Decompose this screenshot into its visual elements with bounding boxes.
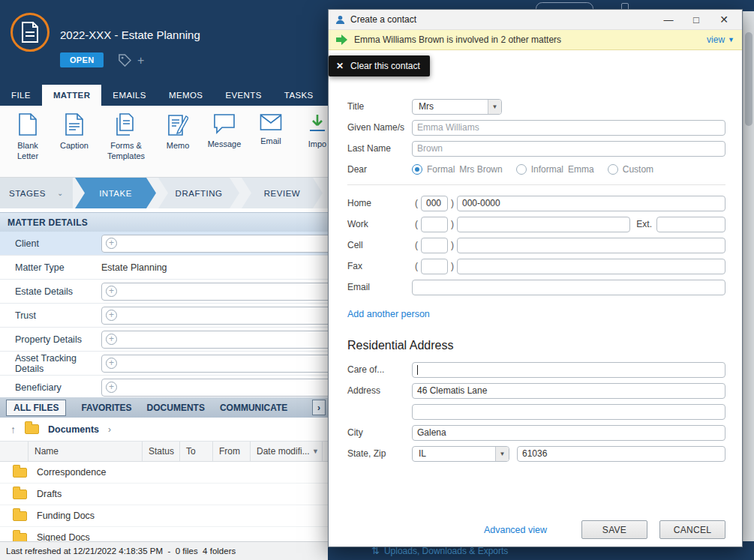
dear-option-informal[interactable]: Informal Emma (516, 164, 594, 175)
title-select[interactable]: Mrs ▼ (412, 99, 502, 115)
chevron-right-icon[interactable]: › (108, 424, 111, 435)
dialog-title: Create a contact (350, 14, 652, 25)
residential-address-heading: Residential Address (347, 339, 725, 352)
cell-phone-label: Cell (347, 240, 412, 250)
message-button[interactable]: Message (203, 113, 246, 177)
home-number-input[interactable]: 000-0000 (457, 196, 725, 211)
stage-drafting[interactable]: DRAFTING (158, 178, 239, 208)
column-from[interactable]: From (213, 442, 251, 461)
email-label: Email (347, 282, 412, 292)
work-ext-input[interactable] (656, 217, 725, 232)
tab-favorites[interactable]: FAVORITES (81, 403, 131, 413)
matter-title: 2022-XXX - Estate Planning (60, 28, 200, 41)
caption-button[interactable]: Caption (53, 113, 96, 177)
tabs-overflow-button[interactable]: › (312, 400, 326, 415)
menu-tab-emails[interactable]: EMAILS (101, 85, 158, 106)
fax-area-input[interactable] (421, 259, 448, 274)
status-badge: OPEN (60, 52, 104, 67)
plus-circle-icon: + (106, 310, 117, 321)
dear-label: Dear (347, 164, 412, 175)
logo-document-icon (21, 22, 39, 43)
given-name-label: Given Name/s (347, 122, 412, 133)
import-icon (307, 113, 328, 134)
close-icon[interactable]: ✕ (713, 13, 735, 25)
email-button[interactable]: Email (249, 113, 293, 177)
fax-number-input[interactable] (457, 259, 725, 274)
address-label: Address (347, 385, 412, 396)
city-input[interactable]: Galena (412, 425, 725, 441)
minimize-button[interactable]: — (657, 14, 680, 25)
column-icon[interactable] (0, 442, 29, 461)
work-phone-label: Work (347, 219, 412, 229)
add-tag-icon[interactable]: + (137, 55, 144, 67)
address-line2-input[interactable] (412, 404, 725, 420)
clear-contact-button[interactable]: ✕ Clear this contact (329, 55, 430, 76)
tag-icon[interactable] (119, 54, 131, 67)
date-filter-button[interactable]: ▼ (312, 448, 319, 455)
stage-intake[interactable]: INTAKE (75, 178, 156, 208)
plus-circle-icon: + (106, 334, 117, 345)
blank-letter-button[interactable]: Blank Letter (6, 113, 50, 177)
last-name-label: Last Name (347, 143, 412, 154)
address-line1-input[interactable]: 46 Clematis Lane (412, 383, 725, 399)
fax-label: Fax (347, 261, 412, 271)
memo-button[interactable]: Memo (156, 113, 200, 177)
menu-tab-tasks[interactable]: TASKS (273, 85, 325, 106)
cell-area-input[interactable] (421, 238, 448, 253)
menu-tab-memos[interactable]: MEMOS (158, 85, 214, 106)
menu-tab-file[interactable]: FILE (0, 85, 42, 106)
home-phone-label: Home (347, 198, 412, 208)
tab-communicate[interactable]: COMMUNICATE (220, 403, 287, 413)
forms-templates-button[interactable]: Forms & Templates (99, 113, 153, 177)
column-status[interactable]: Status (143, 442, 180, 461)
folder-icon (25, 424, 39, 434)
state-select[interactable]: IL ▼ (412, 446, 509, 462)
maximize-button[interactable]: □ (685, 14, 707, 25)
email-input[interactable] (412, 280, 725, 295)
text-cursor (417, 365, 418, 375)
advanced-view-link[interactable]: Advanced view (484, 525, 547, 535)
caption-icon (65, 113, 84, 136)
menu-tab-events[interactable]: EVENTS (214, 85, 272, 106)
zip-input[interactable]: 61036 (517, 446, 725, 462)
column-name[interactable]: Name (29, 442, 143, 461)
green-arrow-icon (336, 34, 347, 45)
chevron-down-icon[interactable]: ▼ (488, 100, 501, 114)
scrollbar-thumb[interactable] (745, 32, 752, 126)
radio-custom[interactable] (608, 164, 618, 175)
column-to[interactable]: To (180, 442, 213, 461)
view-link[interactable]: view ▼ (707, 34, 734, 45)
create-contact-dialog: Create a contact — □ ✕ Emma Williams Bro… (328, 9, 743, 547)
breadcrumb-folder[interactable]: Documents (48, 424, 99, 435)
home-area-input[interactable]: 000 (421, 196, 448, 211)
vertical-scrollbar[interactable] (743, 11, 754, 541)
last-name-input[interactable]: Brown (412, 141, 725, 157)
radio-formal[interactable] (412, 164, 422, 175)
work-number-input[interactable] (457, 217, 630, 232)
work-area-input[interactable] (421, 217, 448, 232)
column-date-modified[interactable]: Date modifi... ▼ (251, 442, 323, 461)
given-name-input[interactable]: Emma Williams (412, 120, 725, 136)
save-button[interactable]: SAVE (581, 520, 647, 539)
menu-tab-matter[interactable]: MATTER (42, 85, 101, 106)
stage-review[interactable]: REVIEW (242, 178, 323, 208)
tab-documents[interactable]: DOCUMENTS (147, 403, 205, 413)
dear-option-custom[interactable]: Custom (608, 164, 653, 175)
forms-templates-icon (115, 113, 137, 136)
contact-form: Title Mrs ▼ Given Name/s Emma Williams L… (329, 50, 742, 462)
care-of-input[interactable] (412, 362, 725, 378)
email-icon (260, 113, 282, 131)
cancel-button[interactable]: CANCEL (659, 520, 725, 539)
care-of-label: Care of... (347, 364, 412, 375)
city-label: City (347, 427, 412, 438)
cell-number-input[interactable] (457, 238, 725, 253)
folder-up-button[interactable]: ↑ (11, 424, 16, 436)
tab-all-files[interactable]: ALL FILES (6, 400, 66, 416)
plus-circle-icon: + (106, 382, 117, 393)
stages-dropdown[interactable]: STAGES ⌄ (0, 178, 73, 208)
radio-informal[interactable] (516, 164, 527, 175)
dialog-footer: Advanced view SAVE CANCEL (329, 520, 725, 539)
add-another-person-link[interactable]: Add another person (347, 309, 430, 319)
chevron-down-icon[interactable]: ▼ (495, 447, 509, 461)
dear-option-formal[interactable]: Formal Mrs Brown (412, 164, 503, 175)
